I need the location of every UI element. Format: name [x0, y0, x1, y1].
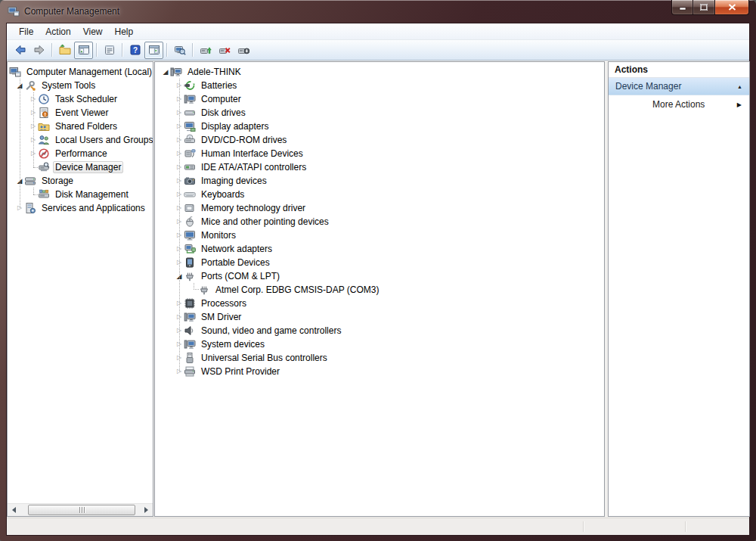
- tree-item-processors[interactable]: ▷Processors: [155, 297, 604, 310]
- mouse-icon: [184, 216, 196, 228]
- tree-item-batteries[interactable]: ▷Batteries: [155, 79, 604, 92]
- toolbar-scan-for-hardware-changes-button[interactable]: [170, 42, 189, 59]
- tree-item-label: Services and Applications: [39, 202, 147, 214]
- tree-item-portable-devices[interactable]: ▷Portable Devices: [155, 256, 604, 269]
- tree-item-adele-think[interactable]: ◢Adele-THINK: [155, 65, 604, 79]
- tree-item-monitors[interactable]: ▷Monitors: [155, 229, 604, 242]
- toolbar-uninstall-device-button[interactable]: [215, 42, 234, 59]
- menu-view[interactable]: View: [77, 24, 109, 39]
- tree-item-human-interface-devices[interactable]: ▷Human Interface Devices: [155, 147, 604, 160]
- scroll-right-button[interactable]: [140, 504, 153, 516]
- tree-item-services-and-applications[interactable]: ▷Services and Applications: [8, 201, 153, 215]
- close-button[interactable]: [714, 0, 749, 15]
- collapse-arrow-icon[interactable]: ◢: [161, 65, 170, 79]
- svg-text:?: ?: [132, 46, 137, 54]
- tree-item-performance[interactable]: ▷Performance: [8, 147, 153, 160]
- tree-item-label: SM Driver: [199, 311, 243, 323]
- tree-item-label: Disk Management: [53, 188, 131, 201]
- disk-drive-icon: [184, 107, 196, 119]
- tree-item-sm-driver[interactable]: ▷SM Driver: [155, 310, 604, 324]
- menu-bar: FileActionViewHelp: [7, 23, 749, 40]
- tree-item-label: Memory technology driver: [199, 202, 308, 214]
- minimize-button[interactable]: [671, 0, 693, 15]
- tree-item-label: Monitors: [199, 229, 238, 241]
- scroll-left-button[interactable]: [8, 504, 20, 516]
- menu-file[interactable]: File: [13, 24, 39, 39]
- tree-item-ports-com-lpt[interactable]: ◢Ports (COM & LPT): [155, 269, 604, 283]
- tree-item-label: Event Viewer: [53, 107, 110, 119]
- display-adapter-icon: [184, 120, 196, 132]
- toolbar-update-driver-button[interactable]: [196, 42, 215, 59]
- toolbar-forward-button[interactable]: [29, 42, 48, 59]
- help-question-icon: ?: [129, 44, 141, 56]
- system-tools-icon: [24, 79, 36, 92]
- monitor-icon: [184, 229, 196, 241]
- toolbar-back-button[interactable]: [11, 42, 29, 59]
- forward-arrow-icon: [33, 44, 45, 56]
- tree-item-imaging-devices[interactable]: ▷Imaging devices: [155, 174, 604, 188]
- tree-item-computer-management-local[interactable]: Computer Management (Local): [8, 65, 153, 79]
- tree-item-display-adapters[interactable]: ▷Display adapters: [155, 120, 604, 133]
- tree-item-label: Human Interface Devices: [199, 148, 305, 160]
- title-bar[interactable]: Computer Management: [0, 0, 756, 23]
- batteries-icon: [184, 79, 196, 92]
- tree-item-storage[interactable]: ◢Storage: [8, 174, 153, 188]
- scrollbar-thumb[interactable]: [28, 505, 135, 515]
- computer-category-icon: [184, 338, 196, 350]
- tree-item-local-users-and-groups[interactable]: ▷Local Users and Groups: [8, 133, 153, 147]
- scrollbar-track[interactable]: [20, 504, 140, 516]
- actions-group-device-manager[interactable]: Device Manager ▲: [609, 78, 749, 95]
- toolbar-show-action-pane-button[interactable]: [144, 42, 163, 59]
- tree-item-keyboards[interactable]: ▷Keyboards: [155, 188, 604, 201]
- toolbar-show-console-tree-button[interactable]: [74, 42, 93, 59]
- status-bar: [7, 518, 749, 535]
- tree-item-computer[interactable]: ▷Computer: [155, 92, 604, 106]
- tree-item-system-tools[interactable]: ◢System Tools: [8, 79, 153, 92]
- tree-item-event-viewer[interactable]: ▷Event Viewer: [8, 106, 153, 120]
- collapse-chevron-up-icon[interactable]: ▲: [737, 84, 742, 89]
- tree-item-wsd-print-provider[interactable]: ▷WSD Print Provider: [155, 365, 604, 378]
- computer-category-icon: [184, 93, 196, 105]
- dvd-drive-icon: [184, 134, 196, 146]
- toolbar-disable-device-button[interactable]: [234, 42, 253, 59]
- toolbar-up-one-level-button[interactable]: [55, 42, 74, 59]
- tree-item-task-scheduler[interactable]: ▷Task Scheduler: [8, 92, 153, 106]
- menu-action[interactable]: Action: [39, 24, 76, 39]
- minimize-icon: [679, 4, 686, 11]
- tree-item-label: Shared Folders: [53, 120, 119, 132]
- tree-item-device-manager[interactable]: Device Manager: [8, 160, 153, 174]
- menu-help[interactable]: Help: [109, 24, 140, 39]
- tree-item-dvd-cd-rom-drives[interactable]: ▷DVD/CD-ROM drives: [155, 133, 604, 147]
- device-list-pane: ◢Adele-THINK▷Batteries▷Computer▷Disk dri…: [154, 61, 605, 517]
- console-tree-window-icon: [78, 44, 90, 56]
- tree-item-label: WSD Print Provider: [199, 365, 282, 378]
- scrollbar-grip-icon: [82, 507, 82, 513]
- tree-item-universal-serial-bus-controllers[interactable]: ▷Universal Serial Bus controllers: [155, 351, 604, 365]
- toolbar-properties-button[interactable]: [100, 42, 119, 59]
- tree-item-disk-drives[interactable]: ▷Disk drives: [155, 106, 604, 120]
- tree-item-label: Computer: [199, 93, 243, 105]
- tree-item-network-adapters[interactable]: ▷Network adapters: [155, 242, 604, 256]
- tree-item-sound-video-and-game-controllers[interactable]: ▷Sound, video and game controllers: [155, 324, 604, 337]
- tree-item-disk-management[interactable]: Disk Management: [8, 188, 153, 201]
- status-divider: [583, 521, 584, 532]
- toolbar-separator: [51, 43, 52, 57]
- maximize-button[interactable]: [693, 0, 714, 15]
- tree-item-memory-technology-driver[interactable]: ▷Memory technology driver: [155, 201, 604, 215]
- more-actions-item[interactable]: More Actions ▶: [609, 95, 749, 113]
- tree-item-label: Device Manager: [53, 161, 123, 173]
- tree-item-shared-folders[interactable]: ▷Shared Folders: [8, 120, 153, 133]
- tree-connector: [33, 92, 34, 167]
- tree-item-label: Sound, video and game controllers: [199, 325, 343, 337]
- toolbar-help-button[interactable]: ?: [125, 42, 144, 59]
- more-actions-label: More Actions: [652, 99, 705, 110]
- tree-item-system-devices[interactable]: ▷System devices: [155, 337, 604, 351]
- tree-item-ide-ata-atapi-controllers[interactable]: ▷IDE ATA/ATAPI controllers: [155, 160, 604, 174]
- hid-device-icon: [184, 148, 196, 160]
- horizontal-scrollbar[interactable]: [8, 503, 153, 516]
- tree-item-mice-and-other-pointing-devices[interactable]: ▷Mice and other pointing devices: [155, 215, 604, 229]
- toolbar-separator: [122, 43, 122, 57]
- tree-item-atmel-corp-edbg-cmsis-dap-com3[interactable]: Atmel Corp. EDBG CMSIS-DAP (COM3): [155, 283, 604, 297]
- imaging-device-icon: [184, 175, 196, 187]
- status-divider: [685, 521, 686, 532]
